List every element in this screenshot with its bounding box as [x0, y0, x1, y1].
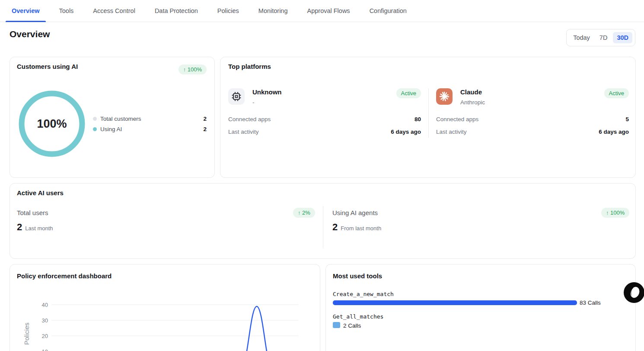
- legend-value: 2: [203, 116, 207, 122]
- legend-row-total-customers: Total customers 2: [93, 113, 207, 124]
- connected-apps-row: Connected apps 5: [436, 116, 629, 122]
- legend-label: Using AI: [100, 126, 200, 132]
- donut-legend: Total customers 2 Using AI 2: [93, 113, 207, 134]
- customers-using-ai-card: Customers using AI ↑ 100% 100% Total cus…: [10, 57, 215, 178]
- total-users-value-row: 2 Last month: [17, 222, 53, 233]
- last-activity-row: Last activity 6 days ago: [436, 129, 629, 135]
- card-title: Policy enforcement dashboard: [17, 272, 112, 280]
- tab-approval-flows[interactable]: Approval Flows: [301, 0, 356, 22]
- platform-vendor: Anthropic: [460, 99, 485, 106]
- range-option-7d[interactable]: 7D: [596, 32, 612, 43]
- range-option-today[interactable]: Today: [569, 32, 594, 43]
- platform-item-claude[interactable]: Claude Anthropic Active Connected apps 5…: [436, 88, 629, 145]
- policy-enforcement-card: Policy enforcement dashboard 40 30 20 10…: [10, 264, 320, 351]
- metric-caption: Last month: [25, 225, 53, 232]
- connected-apps-label: Connected apps: [228, 116, 271, 122]
- page-title: Overview: [10, 29, 50, 39]
- policy-series-line: [51, 306, 299, 351]
- metric-value: 2: [332, 222, 338, 233]
- tool-calls-label: 83 Calls: [580, 299, 601, 306]
- status-badge: Active: [396, 88, 421, 98]
- tool-calls-label: 2 Calls: [343, 322, 361, 329]
- trend-badge: ↑ 2%: [293, 208, 315, 218]
- legend-label: Total customers: [100, 116, 200, 122]
- metric-value: 2: [17, 222, 22, 233]
- connected-apps-value: 5: [625, 116, 629, 122]
- tool-name: Create_a_new_match: [333, 291, 394, 297]
- tool-usage-bar: [333, 300, 577, 305]
- tab-configuration[interactable]: Configuration: [363, 0, 413, 22]
- chat-logo-icon: [624, 282, 644, 303]
- tab-monitoring[interactable]: Monitoring: [252, 0, 294, 22]
- platform-name: Unknown: [252, 88, 282, 96]
- total-users-label: Total users: [17, 209, 48, 216]
- chat-widget-button[interactable]: [624, 282, 644, 303]
- vertical-divider: [323, 206, 323, 248]
- legend-row-using-ai: Using AI 2: [93, 124, 207, 134]
- tab-policies[interactable]: Policies: [211, 0, 245, 22]
- range-option-30d[interactable]: 30D: [613, 32, 632, 43]
- trend-badge: ↑ 100%: [179, 64, 207, 74]
- platform-item-unknown[interactable]: Unknown - Active Connected apps 80 Last …: [228, 88, 421, 145]
- most-used-tools-card: Most used tools Create_a_new_match 83 Ca…: [325, 264, 636, 351]
- using-ai-agents-label: Using AI agents: [332, 209, 378, 216]
- last-activity-value: 6 days ago: [391, 129, 421, 135]
- time-range-selector: Today 7D 30D: [566, 29, 635, 46]
- y-tick-40: 40: [42, 302, 48, 308]
- y-tick-10: 10: [42, 348, 48, 351]
- last-activity-value: 6 days ago: [599, 129, 629, 135]
- y-tick-30: 30: [42, 317, 48, 324]
- tab-overview[interactable]: Overview: [6, 0, 46, 22]
- last-activity-label: Last activity: [228, 129, 259, 135]
- connected-apps-value: 80: [414, 116, 421, 122]
- platform-vendor: -: [252, 99, 255, 106]
- y-tick-20: 20: [42, 333, 48, 339]
- vertical-divider: [428, 88, 429, 138]
- top-platforms-card: Top platforms Unknown - Active Connected…: [220, 57, 636, 178]
- donut-chart: 100%: [18, 90, 86, 158]
- donut-center-value: 100%: [18, 90, 86, 158]
- card-title: Most used tools: [333, 272, 382, 280]
- gray-dot-icon: [93, 117, 97, 121]
- platform-name: Claude: [460, 88, 482, 96]
- last-activity-label: Last activity: [436, 129, 467, 135]
- connected-apps-label: Connected apps: [436, 116, 478, 122]
- tab-data-protection[interactable]: Data Protection: [149, 0, 204, 22]
- policy-line-chart: 40 30 20 10 Policies: [19, 286, 313, 351]
- card-title: Customers using AI: [17, 63, 78, 70]
- chip-icon: [228, 88, 245, 105]
- y-axis-label: Policies: [23, 322, 30, 345]
- tab-tools[interactable]: Tools: [53, 0, 80, 22]
- claude-starburst-icon: [436, 88, 453, 105]
- metric-caption: From last month: [341, 225, 381, 232]
- tool-name: Get_all_matches: [333, 313, 383, 320]
- legend-value: 2: [203, 126, 207, 132]
- active-ai-users-card: Active AI users Total users ↑ 2% 2 Last …: [10, 183, 636, 259]
- trend-badge: ↑ 100%: [601, 208, 629, 218]
- card-title: Top platforms: [228, 63, 271, 70]
- connected-apps-row: Connected apps 80: [228, 116, 421, 122]
- tool-usage-bar: [333, 322, 340, 328]
- status-badge: Active: [604, 88, 629, 98]
- top-nav: Overview Tools Access Control Data Prote…: [0, 0, 644, 22]
- tab-access-control[interactable]: Access Control: [87, 0, 141, 22]
- card-title: Active AI users: [17, 189, 64, 196]
- teal-dot-icon: [93, 127, 97, 131]
- using-ai-agents-value-row: 2 From last month: [332, 222, 381, 233]
- last-activity-row: Last activity 6 days ago: [228, 129, 421, 135]
